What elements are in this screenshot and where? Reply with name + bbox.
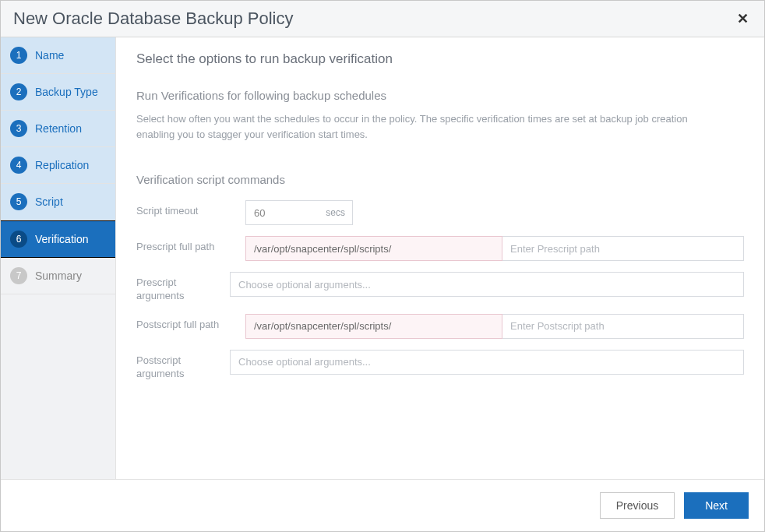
step-number-badge: 1 [10, 47, 27, 64]
script-timeout-input[interactable] [245, 200, 353, 225]
step-number-badge: 2 [10, 83, 27, 100]
row-prescript-args: Prescript arguments [136, 272, 744, 303]
step-number-badge: 4 [10, 157, 27, 174]
step-label: Backup Type [35, 86, 98, 98]
row-prescript-path: Prescript full path /var/opt/snapcenter/… [136, 236, 744, 261]
step-number-badge: 5 [10, 193, 27, 210]
step-verification[interactable]: 6 Verification [1, 220, 115, 258]
schedules-subhead: Run Verifications for following backup s… [136, 89, 744, 102]
prescript-prefix: /var/opt/snapcenter/spl/scripts/ [245, 236, 502, 261]
main-content: Select the options to run backup verific… [116, 37, 764, 479]
step-label: Replication [35, 159, 89, 171]
step-label: Summary [35, 270, 82, 282]
previous-button[interactable]: Previous [600, 492, 675, 519]
step-number-badge: 7 [10, 267, 27, 284]
postscript-prefix: /var/opt/snapcenter/spl/scripts/ [245, 314, 502, 339]
step-label: Verification [35, 233, 88, 245]
dialog-footer: Previous Next [1, 479, 764, 531]
step-name[interactable]: 1 Name [1, 37, 115, 74]
label-prescript-path: Prescript full path [136, 236, 238, 254]
label-prescript-args: Prescript arguments [136, 272, 222, 303]
postscript-path-input[interactable] [502, 314, 744, 339]
prescript-path-input[interactable] [502, 236, 744, 261]
step-script[interactable]: 5 Script [1, 184, 115, 220]
postscript-args-input[interactable] [230, 350, 744, 375]
step-summary[interactable]: 7 Summary [1, 258, 115, 294]
step-number-badge: 3 [10, 120, 27, 137]
row-script-timeout: Script timeout secs [136, 200, 744, 225]
schedules-description: Select how often you want the schedules … [136, 111, 713, 142]
dialog-body: 1 Name 2 Backup Type 3 Retention 4 Repli… [1, 37, 764, 479]
step-label: Name [35, 49, 64, 62]
step-backup-type[interactable]: 2 Backup Type [1, 74, 115, 111]
close-icon[interactable]: ✕ [734, 10, 752, 27]
prescript-args-input[interactable] [230, 272, 744, 297]
titlebar: New Oracle Database Backup Policy ✕ [1, 1, 764, 37]
timeout-input-wrap: secs [245, 200, 353, 225]
row-postscript-args: Postscript arguments [136, 350, 744, 381]
step-label: Script [35, 196, 63, 208]
step-replication[interactable]: 4 Replication [1, 147, 115, 184]
script-commands-title: Verification script commands [136, 173, 744, 186]
dialog-window: New Oracle Database Backup Policy ✕ 1 Na… [0, 0, 765, 532]
step-number-badge: 6 [10, 231, 27, 248]
step-retention[interactable]: 3 Retention [1, 111, 115, 147]
dialog-title: New Oracle Database Backup Policy [13, 9, 294, 29]
label-postscript-path: Postscript full path [136, 314, 238, 332]
row-postscript-path: Postscript full path /var/opt/snapcenter… [136, 314, 744, 339]
next-button[interactable]: Next [684, 492, 749, 519]
label-script-timeout: Script timeout [136, 200, 238, 218]
label-postscript-args: Postscript arguments [136, 350, 222, 381]
wizard-sidebar: 1 Name 2 Backup Type 3 Retention 4 Repli… [1, 37, 116, 479]
step-label: Retention [35, 122, 82, 135]
page-heading: Select the options to run backup verific… [136, 51, 744, 67]
